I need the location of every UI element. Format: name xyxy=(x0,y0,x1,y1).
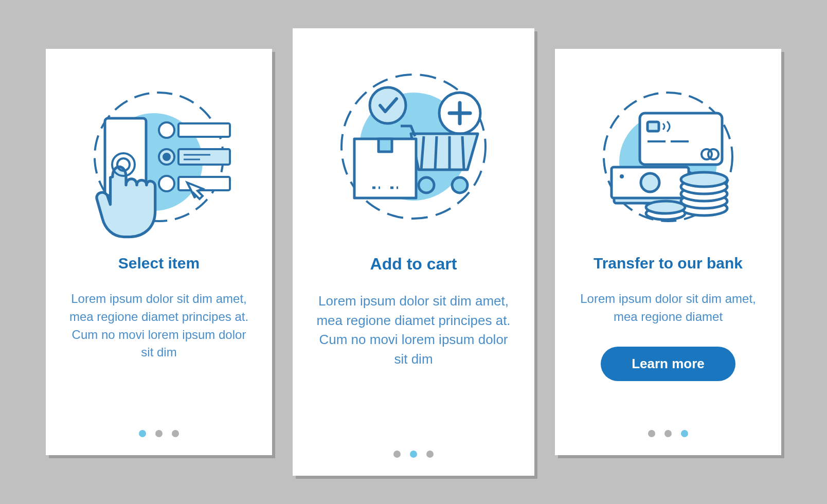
svg-line-23 xyxy=(435,136,437,170)
svg-point-48 xyxy=(681,172,727,187)
dot[interactable] xyxy=(139,430,146,437)
card-title: Select item xyxy=(118,255,200,272)
dot[interactable] xyxy=(426,451,434,458)
dot[interactable] xyxy=(393,451,401,458)
svg-rect-29 xyxy=(379,139,392,152)
svg-point-5 xyxy=(159,122,174,138)
pagination-dots xyxy=(393,451,434,458)
svg-point-43 xyxy=(620,174,624,178)
svg-rect-35 xyxy=(648,122,659,131)
transfer-bank-icon xyxy=(586,75,750,239)
onboarding-card: Add to cart Lorem ipsum dolor sit dim am… xyxy=(293,28,534,476)
svg-point-27 xyxy=(452,177,468,193)
select-item-icon xyxy=(77,75,241,239)
card-description: Lorem ipsum dolor sit dim amet, mea regi… xyxy=(66,290,251,362)
dot[interactable] xyxy=(410,451,417,458)
dot[interactable] xyxy=(648,430,655,437)
onboarding-card: Select item Lorem ipsum dolor sit dim am… xyxy=(46,49,272,455)
dot[interactable] xyxy=(172,430,179,437)
card-title: Transfer to our bank xyxy=(594,255,743,272)
dot[interactable] xyxy=(681,430,688,437)
svg-point-42 xyxy=(641,173,659,192)
svg-rect-9 xyxy=(178,149,230,165)
svg-rect-6 xyxy=(178,123,230,137)
svg-point-18 xyxy=(370,87,406,123)
card-title: Add to cart xyxy=(370,255,457,274)
learn-more-button[interactable]: Learn more xyxy=(601,347,735,381)
dot[interactable] xyxy=(664,430,672,437)
add-to-cart-icon xyxy=(321,54,506,239)
dot[interactable] xyxy=(155,430,163,437)
svg-point-50 xyxy=(646,201,685,213)
pagination-dots xyxy=(648,430,688,437)
svg-line-25 xyxy=(462,136,464,170)
onboarding-card: Transfer to our bank Lorem ipsum dolor s… xyxy=(555,49,781,455)
pagination-dots xyxy=(139,430,179,437)
card-description: Lorem ipsum dolor sit dim amet, mea regi… xyxy=(576,290,761,326)
card-description: Lorem ipsum dolor sit dim amet, mea regi… xyxy=(313,292,514,369)
svg-point-8 xyxy=(164,154,170,160)
svg-point-12 xyxy=(159,176,174,191)
svg-point-26 xyxy=(419,177,434,193)
